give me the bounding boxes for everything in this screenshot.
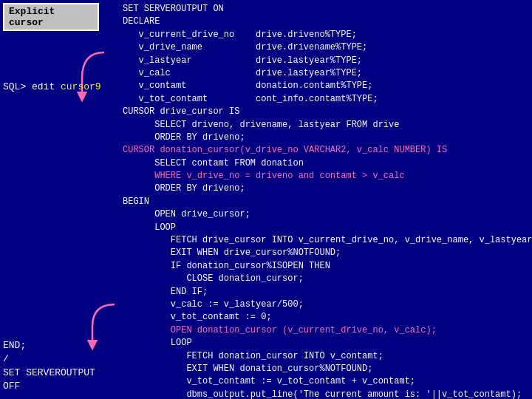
code-line: EXIT WHEN drive_cursor%NOTFOUND; xyxy=(123,247,528,259)
code-line: OPEN drive_cursor; xyxy=(123,208,528,221)
code-line: OPEN donation_cursor (v_current_drive_no… xyxy=(123,324,528,337)
code-line: v_calc drive.lastyear%TYPE; xyxy=(123,67,528,80)
code-line: LOOP xyxy=(123,337,528,349)
code-line: ORDER BY driveno; xyxy=(123,183,528,195)
code-line: v_tot_contamt := 0; xyxy=(123,311,528,324)
left-panel: Explicit cursor SQL> edit cursor9 END; /… xyxy=(0,0,118,399)
code-line: EXIT WHEN donation_cursor%NOTFOUND; xyxy=(123,363,528,375)
bottom-section: END; / SET SERVEROUTPUT OFF xyxy=(3,339,118,393)
code-line: SELECT driveno, drivename, lastyear FROM… xyxy=(123,119,528,132)
code-line: WHERE v_drive_no = driveno and contamt >… xyxy=(123,170,528,183)
code-line: FETCH donation_cursor INTO v_contamt; xyxy=(123,350,528,363)
sql-prompt: SQL> edit cursor9 xyxy=(3,81,101,92)
code-line: v_drive_name drive.drivename%TYPE; xyxy=(123,41,528,54)
code-line: v_current_drive_no drive.driveno%TYPE; xyxy=(123,29,528,41)
slash-line: / xyxy=(3,352,118,366)
code-line: v_calc := v_lastyear/500; xyxy=(123,299,528,311)
top-arrow-icon xyxy=(75,49,112,108)
code-line: CURSOR donation_cursor(v_drive_no VARCHA… xyxy=(123,144,528,157)
code-line: CURSOR drive_cursor IS xyxy=(123,106,528,118)
code-line: SET SERVEROUTPUT ON xyxy=(123,3,528,16)
code-line: BEGIN xyxy=(123,196,528,208)
code-line: DECLARE xyxy=(123,16,528,28)
code-line: IF donation_cursor%ISOPEN THEN xyxy=(123,260,528,273)
code-line: ORDER BY driveno; xyxy=(123,132,528,144)
code-line: v_lastyear drive.lastyear%TYPE; xyxy=(123,55,528,67)
code-line: CLOSE donation_cursor; xyxy=(123,273,528,285)
cursor9-text: cursor9 xyxy=(61,81,101,92)
code-line: v_tot_contamt := v_tot_contamt + v_conta… xyxy=(123,375,528,388)
sql-prompt-text: SQL> edit xyxy=(3,81,61,92)
code-line: FETCH drive_cursor INTO v_current_drive_… xyxy=(123,234,528,247)
code-line: v_contamt donation.contamt%TYPE; xyxy=(123,80,528,92)
code-line: SELECT contamt FROM donation xyxy=(123,157,528,170)
code-line: LOOP xyxy=(123,222,528,234)
serveroutput-off-line: SET SERVEROUTPUT OFF xyxy=(3,366,118,393)
right-panel: SET SERVEROUTPUT ONDECLARE v_current_dri… xyxy=(118,0,532,399)
code-line: v_tot_contamt cont_info.contamt%TYPE; xyxy=(123,93,528,106)
code-line: END IF; xyxy=(123,286,528,299)
code-line: dbms_output.put_line('The current amount… xyxy=(123,389,528,399)
bottom-arrow-icon xyxy=(85,301,122,352)
explicit-cursor-label: Explicit cursor xyxy=(3,3,99,31)
